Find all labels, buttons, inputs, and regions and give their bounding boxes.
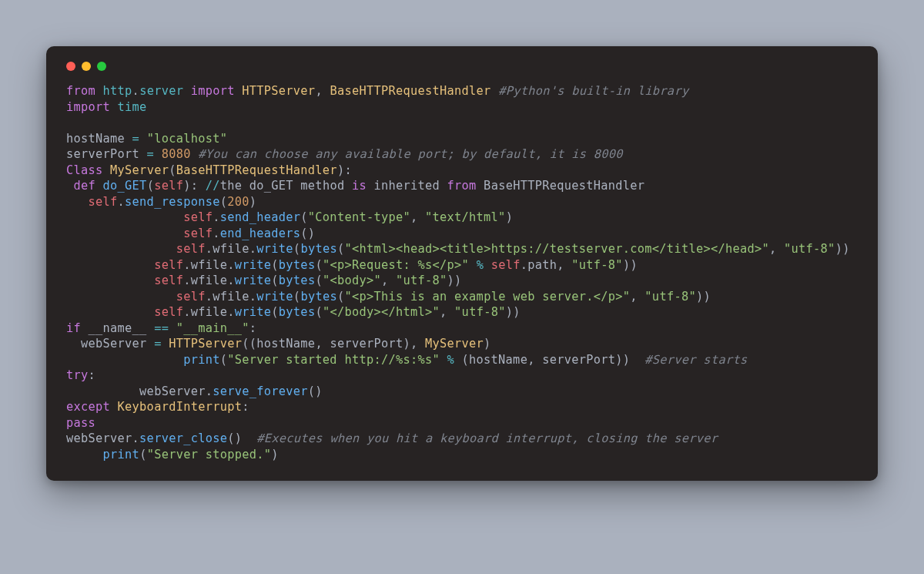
token-str: "localhost" (147, 132, 228, 146)
token-cls: HTTPServer (242, 84, 315, 98)
token-pun: . (118, 195, 126, 209)
token-kw: try (66, 368, 89, 382)
token-txt: __name__ (81, 321, 154, 335)
token-pun: )) (835, 242, 850, 256)
token-txt (66, 448, 103, 462)
token-op: % (447, 353, 455, 367)
token-pun: ( (139, 448, 147, 462)
token-pun: . (249, 242, 257, 256)
token-txt: (hostName, serverPort)) (454, 353, 644, 367)
token-kw: import (66, 100, 110, 114)
token-cmt: #Server starts (644, 353, 747, 367)
minimize-icon[interactable] (82, 62, 91, 71)
token-fn: bytes (279, 305, 316, 319)
code-line: print("Server started http://%s:%s" % (h… (66, 353, 747, 367)
token-fn: bytes (300, 242, 337, 256)
token-pun: ( (220, 195, 228, 209)
token-txt: webServer. (66, 431, 139, 445)
token-var: self (154, 305, 183, 319)
token-txt (103, 163, 111, 177)
token-txt (139, 132, 147, 146)
token-fn: bytes (279, 258, 316, 272)
token-txt (110, 100, 118, 114)
token-pun: ( (147, 179, 155, 193)
token-txt: webServer. (66, 384, 213, 398)
token-cls: MyServer (425, 337, 484, 351)
code-line: webServer.server_close() #Executes when … (66, 431, 718, 445)
code-line: self.wfile.write(bytes("<p>This is an ex… (66, 290, 711, 304)
token-fn: serve_forever (213, 384, 308, 398)
token-pun: . (227, 258, 235, 272)
token-pun: . (183, 258, 191, 272)
token-pun: )) (623, 258, 638, 272)
token-cls: BaseHTTPRequestHandler (176, 163, 337, 177)
code-line: Class MyServer(BaseHTTPRequestHandler): (66, 163, 352, 177)
token-pun: . (227, 305, 235, 319)
token-txt: serverPort (66, 147, 147, 161)
token-pun: . (213, 210, 220, 224)
token-var: self (491, 258, 521, 272)
token-pun: ((hostName, serverPort), (242, 337, 425, 351)
token-cls: KeyboardInterrupt (118, 400, 243, 414)
zoom-icon[interactable] (97, 62, 106, 71)
code-window: from http.server import HTTPServer, Base… (46, 46, 878, 481)
token-txt: webServer (66, 337, 154, 351)
token-txt: wfile (191, 274, 228, 287)
token-str: "Server stopped." (147, 448, 272, 462)
code-line: webServer.serve_forever() (66, 384, 323, 398)
token-str: "utf-8" (644, 290, 696, 304)
token-str: "__main__" (176, 321, 249, 335)
token-fn: write (256, 242, 293, 256)
token-pun: , (440, 305, 454, 319)
token-fn: end_headers (220, 227, 301, 240)
token-pun: ( (271, 305, 279, 319)
token-op: == (154, 321, 169, 335)
code-block: from http.server import HTTPServer, Base… (66, 83, 858, 462)
token-txt (66, 290, 176, 304)
token-txt (66, 305, 154, 319)
code-line: self.wfile.write(bytes("<body>", "utf-8"… (66, 274, 462, 287)
code-line: print("Server stopped.") (66, 448, 279, 462)
token-pun: ( (300, 210, 308, 224)
token-txt (95, 84, 103, 98)
code-line: try: (66, 368, 95, 382)
token-mod: time (118, 100, 147, 114)
token-pun: ) (271, 448, 279, 462)
token-txt (183, 84, 191, 98)
token-txt (66, 274, 154, 287)
token-fn: write (235, 274, 272, 287)
code-line: self.wfile.write(bytes("<p>Request: %s</… (66, 258, 638, 272)
token-txt: the do_GET method (220, 179, 352, 193)
token-fn: write (235, 258, 272, 272)
token-kw: except (66, 400, 110, 414)
token-fn: send_response (125, 195, 220, 209)
token-txt (66, 353, 183, 367)
token-txt (66, 179, 74, 193)
token-cmt: #Executes when you hit a keyboard interr… (256, 431, 718, 445)
token-pun: . (183, 305, 191, 319)
token-txt (154, 147, 162, 161)
token-str: "<p>Request: %s</p>" (323, 258, 469, 272)
token-fn: do_GET (103, 179, 147, 193)
token-txt: wfile (213, 290, 249, 304)
token-txt (66, 195, 89, 209)
token-var: self (183, 210, 213, 224)
code-line: if __name__ == "__main__": (66, 321, 256, 335)
token-fn: print (183, 353, 220, 367)
token-kw: if (66, 321, 81, 335)
token-pun: () (300, 227, 315, 240)
token-pun: : (89, 368, 96, 382)
token-var: self (89, 195, 118, 209)
token-str: "</body></html>" (323, 305, 440, 319)
token-txt (191, 147, 199, 161)
token-txt: inherited (367, 179, 447, 193)
token-pun: ) (484, 337, 491, 351)
code-line: self.wfile.write(bytes("<html><head><tit… (66, 242, 850, 256)
token-pun: ): (337, 163, 352, 177)
token-pun: ( (220, 353, 228, 367)
token-pun: . (183, 274, 191, 287)
token-pun: , (381, 274, 396, 287)
token-op: = (154, 337, 162, 351)
close-icon[interactable] (66, 62, 75, 71)
token-mod: http (103, 84, 132, 98)
